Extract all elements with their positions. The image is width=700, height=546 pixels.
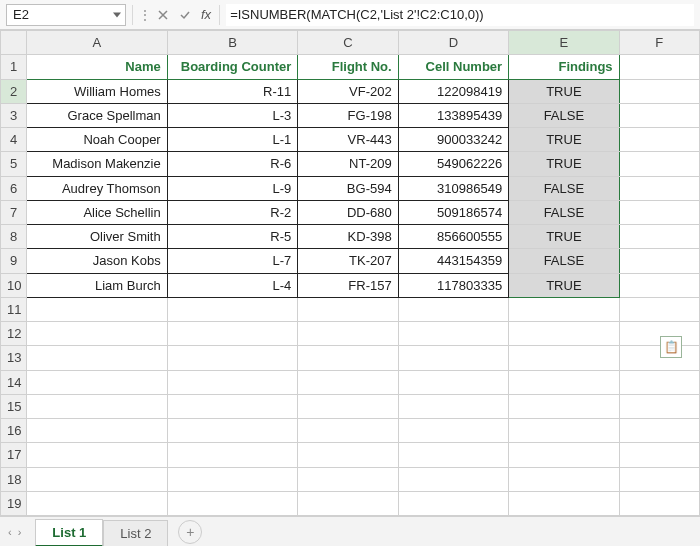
- cell[interactable]: L-3: [167, 103, 298, 127]
- cell[interactable]: [298, 491, 398, 515]
- cell[interactable]: BG-594: [298, 176, 398, 200]
- cell[interactable]: [619, 128, 699, 152]
- cell[interactable]: 549062226: [398, 152, 508, 176]
- cell[interactable]: Oliver Smith: [27, 225, 168, 249]
- fx-label[interactable]: fx: [199, 7, 213, 22]
- row-header[interactable]: 9: [1, 249, 27, 273]
- cell[interactable]: [167, 346, 298, 370]
- cell[interactable]: [398, 297, 508, 321]
- cell[interactable]: FR-157: [298, 273, 398, 297]
- cell[interactable]: [619, 273, 699, 297]
- cell[interactable]: 856600555: [398, 225, 508, 249]
- paste-options-icon[interactable]: 📋: [660, 336, 682, 358]
- name-box[interactable]: E2: [6, 4, 126, 26]
- cell[interactable]: [619, 79, 699, 103]
- select-all-corner[interactable]: [1, 31, 27, 55]
- cell[interactable]: [619, 176, 699, 200]
- cell[interactable]: [27, 467, 168, 491]
- cell[interactable]: [167, 419, 298, 443]
- cell[interactable]: [509, 467, 619, 491]
- cell[interactable]: [509, 346, 619, 370]
- cell[interactable]: R-6: [167, 152, 298, 176]
- cell[interactable]: VR-443: [298, 128, 398, 152]
- cell[interactable]: FALSE: [509, 200, 619, 224]
- add-sheet-button[interactable]: +: [178, 520, 202, 544]
- cell[interactable]: [298, 394, 398, 418]
- row-header[interactable]: 3: [1, 103, 27, 127]
- cell[interactable]: [619, 225, 699, 249]
- sheet-tab-list1[interactable]: List 1: [35, 519, 103, 547]
- cell[interactable]: Cell Number: [398, 55, 508, 79]
- cell[interactable]: FALSE: [509, 249, 619, 273]
- row-header[interactable]: 8: [1, 225, 27, 249]
- cell[interactable]: L-1: [167, 128, 298, 152]
- col-header-F[interactable]: F: [619, 31, 699, 55]
- cell[interactable]: TRUE: [509, 79, 619, 103]
- cell[interactable]: [398, 467, 508, 491]
- cell[interactable]: KD-398: [298, 225, 398, 249]
- cell[interactable]: Audrey Thomson: [27, 176, 168, 200]
- cell[interactable]: Findings: [509, 55, 619, 79]
- cell[interactable]: FALSE: [509, 103, 619, 127]
- cell[interactable]: [298, 419, 398, 443]
- cell[interactable]: [619, 467, 699, 491]
- cell[interactable]: [398, 370, 508, 394]
- cell[interactable]: L-4: [167, 273, 298, 297]
- row-header[interactable]: 12: [1, 322, 27, 346]
- cell[interactable]: 117803335: [398, 273, 508, 297]
- cell[interactable]: Grace Spellman: [27, 103, 168, 127]
- cell[interactable]: TRUE: [509, 152, 619, 176]
- cell[interactable]: 900033242: [398, 128, 508, 152]
- row-header[interactable]: 16: [1, 419, 27, 443]
- cell[interactable]: Noah Cooper: [27, 128, 168, 152]
- cell[interactable]: [398, 443, 508, 467]
- row-header[interactable]: 17: [1, 443, 27, 467]
- cell[interactable]: Name: [27, 55, 168, 79]
- cell[interactable]: [27, 322, 168, 346]
- cell[interactable]: [619, 103, 699, 127]
- cell[interactable]: [509, 394, 619, 418]
- cell[interactable]: Liam Burch: [27, 273, 168, 297]
- row-header[interactable]: 7: [1, 200, 27, 224]
- cell[interactable]: R-2: [167, 200, 298, 224]
- row-header[interactable]: 5: [1, 152, 27, 176]
- cell[interactable]: TK-207: [298, 249, 398, 273]
- nav-prev-icon[interactable]: ‹: [8, 526, 12, 538]
- cell[interactable]: [509, 419, 619, 443]
- cell[interactable]: DD-680: [298, 200, 398, 224]
- cell[interactable]: [298, 370, 398, 394]
- cell[interactable]: 122098419: [398, 79, 508, 103]
- cell[interactable]: 443154359: [398, 249, 508, 273]
- cell[interactable]: [27, 297, 168, 321]
- col-header-B[interactable]: B: [167, 31, 298, 55]
- cell[interactable]: [167, 394, 298, 418]
- cell[interactable]: [619, 297, 699, 321]
- col-header-D[interactable]: D: [398, 31, 508, 55]
- cell[interactable]: [27, 419, 168, 443]
- row-header[interactable]: 11: [1, 297, 27, 321]
- cell[interactable]: [509, 370, 619, 394]
- cell[interactable]: TRUE: [509, 273, 619, 297]
- cell[interactable]: [167, 491, 298, 515]
- confirm-icon[interactable]: [177, 7, 193, 23]
- cell[interactable]: FALSE: [509, 176, 619, 200]
- cell[interactable]: [398, 394, 508, 418]
- row-header[interactable]: 19: [1, 491, 27, 515]
- cell[interactable]: [619, 200, 699, 224]
- name-box-dropdown-icon[interactable]: [113, 12, 121, 17]
- cell[interactable]: R-5: [167, 225, 298, 249]
- cell[interactable]: L-7: [167, 249, 298, 273]
- cell[interactable]: [619, 491, 699, 515]
- cell[interactable]: [619, 249, 699, 273]
- cell[interactable]: [298, 443, 398, 467]
- cell[interactable]: L-9: [167, 176, 298, 200]
- cell[interactable]: William Homes: [27, 79, 168, 103]
- cell[interactable]: [27, 491, 168, 515]
- cell[interactable]: [398, 346, 508, 370]
- spreadsheet-grid[interactable]: A B C D E F 1 Name Boarding Counter Flig…: [0, 30, 700, 516]
- col-header-E[interactable]: E: [509, 31, 619, 55]
- row-header[interactable]: 18: [1, 467, 27, 491]
- formula-input[interactable]: [226, 4, 694, 26]
- cell[interactable]: [167, 322, 298, 346]
- cell[interactable]: Flight No.: [298, 55, 398, 79]
